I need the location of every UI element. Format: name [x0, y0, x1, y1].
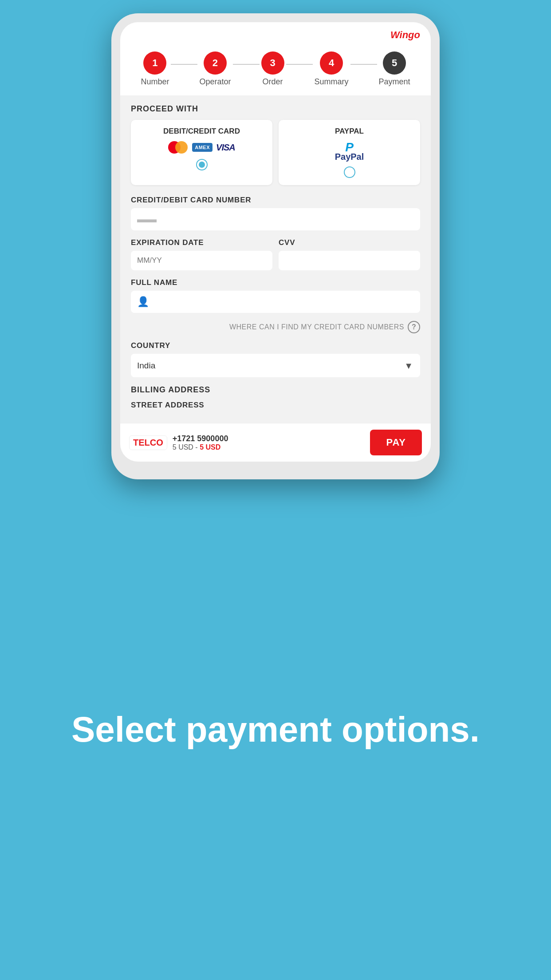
visa-icon: VISA [216, 142, 235, 153]
step-1: 1 Number [141, 51, 169, 87]
cvv-input-wrapper [279, 251, 420, 270]
order-phone: +1721 5900000 [173, 434, 228, 443]
step-3-circle: 3 [261, 51, 284, 75]
amex-icon: AMEX [192, 143, 213, 152]
step-connector-2 [233, 64, 260, 65]
card-number-group: CREDIT/DEBIT CARD NUMBER ▬▬ [131, 196, 420, 230]
paypal-label: PAYPAL [335, 127, 364, 136]
country-select-wrapper: India United States United Kingdom Canad… [131, 354, 420, 377]
exp-cvv-row: EXPIRATION DATE CVV [131, 238, 420, 278]
step-connector-1 [171, 64, 197, 65]
step-connector-3 [286, 64, 313, 65]
paypal-logo: P PayPal [335, 140, 364, 162]
full-name-input[interactable] [153, 297, 414, 306]
bottom-bar: TELCO +1721 5900000 5 USD - 5 USD PAY [120, 423, 431, 462]
top-bar: Wingo [120, 22, 431, 44]
step-4-circle: 4 [320, 51, 343, 75]
step-5: 5 Payment [379, 51, 410, 87]
step-2-circle: 2 [204, 51, 227, 75]
card-logos: AMEX VISA [168, 140, 235, 154]
card-number-input[interactable] [160, 215, 414, 224]
step-4: 4 Summary [315, 51, 349, 87]
price-label: 5 USD - [173, 443, 200, 451]
phone-frame: Wingo 1 Number 2 Operator [111, 13, 440, 479]
expiration-group: EXPIRATION DATE [131, 238, 272, 270]
step-5-circle: 5 [383, 51, 406, 75]
step-1-circle: 1 [143, 51, 166, 75]
step-4-label: Summary [315, 77, 349, 87]
paypal-option[interactable]: PAYPAL P PayPal [279, 120, 420, 185]
progress-steps: 1 Number 2 Operator 3 [120, 44, 431, 95]
step-3-label: Order [262, 77, 283, 87]
step-connector-4 [350, 64, 377, 65]
country-select[interactable]: India United States United Kingdom Canad… [131, 354, 420, 377]
country-label: COUNTRY [131, 341, 420, 350]
person-icon: 👤 [137, 296, 149, 308]
help-icon[interactable]: ? [408, 321, 420, 333]
mastercard-icon [168, 140, 189, 154]
help-link[interactable]: WHERE CAN I FIND MY CREDIT CARD NUMBERS … [131, 321, 420, 333]
tagline-section: Select payment options. [36, 479, 515, 980]
billing-address-label: BILLING ADDRESS [131, 385, 420, 395]
proceed-with-label: PROCEED WITH [131, 104, 420, 114]
street-address-label: STREET ADDRESS [131, 401, 420, 410]
step-2-wrapper: 2 Operator [199, 51, 231, 87]
paypal-text: PayPal [335, 152, 364, 162]
telco-name: TELCO [133, 438, 163, 448]
full-name-label: FULL NAME [131, 278, 420, 287]
expiration-input[interactable] [137, 256, 266, 265]
card-number-input-wrapper: ▬▬ [131, 208, 420, 230]
step-3: 3 Order [261, 51, 284, 87]
cvv-input[interactable] [285, 256, 414, 265]
billing-address-section: BILLING ADDRESS STREET ADDRESS [131, 385, 420, 410]
debit-credit-card-option[interactable]: DEBIT/CREDIT CARD AMEX VISA [131, 120, 272, 185]
price-highlight: 5 USD [200, 443, 220, 451]
full-name-group: FULL NAME 👤 [131, 278, 420, 313]
help-text: WHERE CAN I FIND MY CREDIT CARD NUMBERS [229, 323, 404, 331]
card-icon: ▬▬ [137, 213, 157, 225]
debit-credit-card-label: DEBIT/CREDIT CARD [163, 127, 240, 136]
full-name-input-wrapper: 👤 [131, 291, 420, 313]
step-3-wrapper: 3 Order [261, 51, 284, 87]
paypal-radio-button[interactable] [344, 166, 355, 178]
main-content: PROCEED WITH DEBIT/CREDIT CARD AMEX VISA [120, 95, 431, 423]
card-number-label: CREDIT/DEBIT CARD NUMBER [131, 196, 420, 205]
expiration-label: EXPIRATION DATE [131, 238, 272, 247]
expiration-input-wrapper [131, 251, 272, 270]
phone-screen: Wingo 1 Number 2 Operator [120, 22, 431, 462]
step-5-label: Payment [379, 77, 410, 87]
pay-button[interactable]: PAY [370, 430, 422, 455]
country-group: COUNTRY India United States United Kingd… [131, 341, 420, 377]
step-1-wrapper: 1 Number [141, 51, 169, 87]
step-2-label: Operator [199, 77, 231, 87]
tagline: Select payment options. [71, 710, 480, 749]
order-details: +1721 5900000 5 USD - 5 USD [173, 434, 228, 451]
price-info: 5 USD - 5 USD [173, 443, 228, 451]
step-2: 2 Operator [199, 51, 231, 87]
step-1-label: Number [141, 77, 169, 87]
payment-methods: DEBIT/CREDIT CARD AMEX VISA PAYPAL [131, 120, 420, 185]
cvv-label: CVV [279, 238, 420, 247]
card-radio-button[interactable] [196, 159, 208, 170]
step-4-wrapper: 4 Summary [315, 51, 349, 87]
cvv-group: CVV [279, 238, 420, 270]
order-info: TELCO +1721 5900000 5 USD - 5 USD [129, 434, 228, 451]
telco-logo: TELCO [129, 435, 167, 450]
step-5-wrapper: 5 Payment [379, 51, 410, 87]
app-logo: Wingo [390, 29, 420, 41]
